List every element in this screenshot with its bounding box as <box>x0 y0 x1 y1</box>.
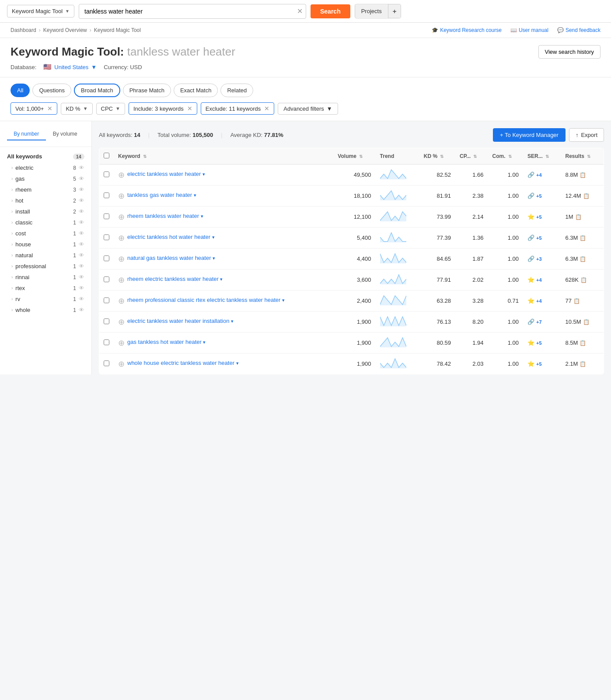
serp-features-count[interactable]: +4 <box>536 298 542 304</box>
search-clear-icon[interactable]: ✕ <box>297 7 303 15</box>
serp-features-count[interactable]: +5 <box>536 361 542 367</box>
tab-questions[interactable]: Questions <box>32 84 71 97</box>
chip-include[interactable]: Include: 3 keywords ✕ <box>129 102 197 115</box>
keyword-link[interactable]: rheem tankless water heater <box>127 213 199 219</box>
keyword-link[interactable]: rheem electric tankless water heater <box>127 276 219 282</box>
send-feedback-link[interactable]: 💬 Send feedback <box>557 27 601 33</box>
sidebar-item-professional[interactable]: ›professional 1👁 <box>0 261 91 272</box>
keyword-dropdown-icon[interactable]: ▾ <box>203 172 205 177</box>
row-checkbox[interactable] <box>104 192 109 198</box>
projects-label[interactable]: Projects <box>355 5 388 18</box>
database-selector[interactable]: 🇺🇸 United States ▼ <box>43 63 97 71</box>
sidebar-item-gas[interactable]: ›gas 5👁 <box>0 173 91 184</box>
serp-features-count[interactable]: +5 <box>536 193 542 199</box>
add-keyword-icon[interactable]: ⊕ <box>118 318 125 326</box>
keyword-cell: ⊕ natural gas tankless water heater ▾ <box>114 248 333 270</box>
row-checkbox[interactable] <box>104 214 109 219</box>
trend-cell <box>376 312 419 332</box>
sidebar-item-rtex[interactable]: ›rtex 1👁 <box>0 283 91 294</box>
add-to-keyword-manager-button[interactable]: + To Keyword Manager <box>493 128 566 142</box>
chip-include-remove[interactable]: ✕ <box>187 105 192 112</box>
serp-features-count[interactable]: +4 <box>536 172 542 178</box>
keyword-dropdown-icon[interactable]: ▾ <box>213 256 215 261</box>
breadcrumb-dashboard[interactable]: Dashboard <box>10 27 36 33</box>
tab-related[interactable]: Related <box>220 84 253 97</box>
add-keyword-icon[interactable]: ⊕ <box>118 339 125 347</box>
keyword-link[interactable]: tankless gas water heater <box>127 192 192 198</box>
select-all-checkbox[interactable] <box>104 153 109 158</box>
row-checkbox[interactable] <box>104 172 109 177</box>
keyword-link[interactable]: electric tankless water heater installat… <box>127 318 229 324</box>
keyword-dropdown-icon[interactable]: ▾ <box>231 318 234 324</box>
row-checkbox[interactable] <box>104 360 109 366</box>
tab-phrase-match[interactable]: Phrase Match <box>123 84 171 97</box>
sidebar-item-electric[interactable]: ›electric 8👁 <box>0 162 91 173</box>
row-checkbox[interactable] <box>104 276 109 282</box>
chip-volume-remove[interactable]: ✕ <box>47 105 52 112</box>
sort-by-number[interactable]: By number <box>7 128 46 140</box>
advanced-filters-button[interactable]: Advanced filters ▼ <box>278 103 338 115</box>
keyword-link[interactable]: whole house electric tankless water heat… <box>127 360 234 366</box>
chip-kd[interactable]: KD % ▼ <box>61 103 92 115</box>
serp-features-count[interactable]: +5 <box>536 235 542 241</box>
export-button[interactable]: ↑ Export <box>569 128 604 142</box>
breadcrumb-overview[interactable]: Keyword Overview <box>43 27 87 33</box>
row-checkbox[interactable] <box>104 318 109 324</box>
sidebar-item-rv[interactable]: ›rv 1👁 <box>0 294 91 304</box>
keyword-research-course-link[interactable]: 🎓 Keyword Research course <box>432 27 502 33</box>
chip-exclude-remove[interactable]: ✕ <box>264 105 269 112</box>
sidebar-item-cost[interactable]: ›cost 1👁 <box>0 228 91 239</box>
sidebar-item-whole[interactable]: ›whole 1👁 <box>0 304 91 315</box>
eye-icon: 👁 <box>79 252 84 259</box>
row-checkbox[interactable] <box>104 340 109 345</box>
sidebar-item-rinnai[interactable]: ›rinnai 1👁 <box>0 272 91 283</box>
sidebar-item-rheem[interactable]: ›rheem 3👁 <box>0 184 91 195</box>
projects-plus-icon[interactable]: + <box>388 4 401 18</box>
serp-features-count[interactable]: +5 <box>536 214 542 220</box>
user-manual-link[interactable]: 📖 User manual <box>510 27 548 33</box>
serp-features-count[interactable]: +7 <box>536 319 542 325</box>
tab-all[interactable]: All <box>10 84 30 97</box>
sidebar-item-install[interactable]: ›install 2👁 <box>0 206 91 217</box>
tab-exact-match[interactable]: Exact Match <box>174 84 218 97</box>
chip-volume[interactable]: Vol: 1,000+ ✕ <box>10 102 57 115</box>
add-keyword-icon[interactable]: ⊕ <box>118 297 125 305</box>
keyword-dropdown-icon[interactable]: ▾ <box>212 234 215 240</box>
keyword-dropdown-icon[interactable]: ▾ <box>201 214 203 219</box>
add-keyword-icon[interactable]: ⊕ <box>118 255 125 263</box>
add-keyword-icon[interactable]: ⊕ <box>118 276 125 284</box>
serp-features-count[interactable]: +3 <box>536 256 542 262</box>
keyword-dropdown-icon[interactable]: ▾ <box>194 192 196 198</box>
row-checkbox[interactable] <box>104 256 109 261</box>
row-checkbox[interactable] <box>104 234 109 240</box>
keyword-link[interactable]: gas tankless hot water heater <box>127 339 202 345</box>
tool-dropdown[interactable]: Keyword Magic Tool ▼ <box>7 5 74 18</box>
serp-features-count[interactable]: +4 <box>536 277 542 283</box>
keyword-link[interactable]: electric tankless water heater <box>127 171 201 177</box>
tab-broad-match[interactable]: Broad Match <box>74 84 120 97</box>
add-keyword-icon[interactable]: ⊕ <box>118 234 125 242</box>
serp-features-count[interactable]: +5 <box>536 340 542 346</box>
sidebar-item-hot[interactable]: ›hot 2👁 <box>0 195 91 206</box>
keyword-dropdown-icon[interactable]: ▾ <box>236 360 239 366</box>
keyword-link[interactable]: electric tankless hot water heater <box>127 234 210 240</box>
add-keyword-icon[interactable]: ⊕ <box>118 192 125 200</box>
sidebar-item-natural[interactable]: ›natural 1👁 <box>0 250 91 261</box>
search-button[interactable]: Search <box>311 4 350 18</box>
keyword-dropdown-icon[interactable]: ▾ <box>220 276 223 282</box>
keyword-dropdown-icon[interactable]: ▾ <box>203 340 206 345</box>
keyword-dropdown-icon[interactable]: ▾ <box>282 298 285 303</box>
sidebar-item-house[interactable]: ›house 1👁 <box>0 239 91 250</box>
search-input[interactable] <box>79 4 306 19</box>
add-keyword-icon[interactable]: ⊕ <box>118 213 125 221</box>
add-keyword-icon[interactable]: ⊕ <box>118 171 125 179</box>
row-checkbox[interactable] <box>104 298 109 303</box>
keyword-link[interactable]: rheem professional classic rtex electric… <box>127 297 280 303</box>
add-keyword-icon[interactable]: ⊕ <box>118 360 125 368</box>
view-history-button[interactable]: View search history <box>538 45 601 59</box>
keyword-link[interactable]: natural gas tankless water heater <box>127 255 211 261</box>
sidebar-item-classic[interactable]: ›classic 1👁 <box>0 217 91 228</box>
chip-exclude[interactable]: Exclude: 11 keywords ✕ <box>201 102 274 115</box>
sort-by-volume[interactable]: By volume <box>46 128 85 140</box>
chip-cpc[interactable]: CPC ▼ <box>96 103 125 115</box>
